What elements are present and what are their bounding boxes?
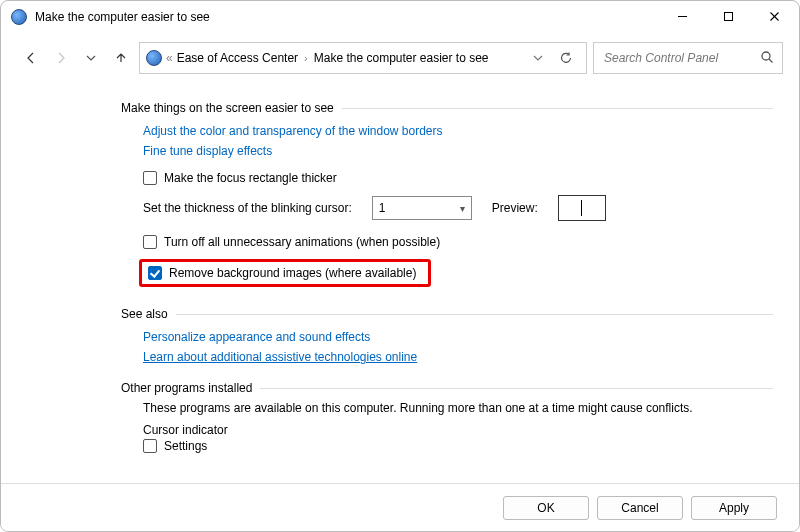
checkbox-focus-rectangle-label: Make the focus rectangle thicker	[164, 171, 337, 185]
apply-button[interactable]: Apply	[691, 496, 777, 520]
search-icon[interactable]	[760, 50, 774, 67]
breadcrumb-item-1[interactable]: Ease of Access Center	[177, 51, 298, 65]
chevron-right-icon: ›	[298, 52, 314, 64]
search-box[interactable]	[593, 42, 783, 74]
breadcrumb-root-chevron[interactable]: «	[166, 51, 177, 65]
cursor-thickness-label: Set the thickness of the blinking cursor…	[143, 201, 352, 215]
cursor-thickness-combo[interactable]: 1 ▾	[372, 196, 472, 220]
checkbox-remove-background[interactable]	[148, 266, 162, 280]
cursor-thickness-value: 1	[379, 201, 386, 215]
refresh-button[interactable]	[552, 44, 580, 72]
section-seealso-heading: See also	[121, 307, 773, 321]
cursor-preview-box	[558, 195, 606, 221]
section-other-heading: Other programs installed	[121, 381, 773, 395]
checkbox-turn-off-animations-label: Turn off all unnecessary animations (whe…	[164, 235, 440, 249]
link-assistive-tech[interactable]: Learn about additional assistive technol…	[143, 350, 417, 364]
cancel-button[interactable]: Cancel	[597, 496, 683, 520]
highlighted-option: Remove background images (where availabl…	[139, 259, 431, 287]
checkbox-remove-background-label: Remove background images (where availabl…	[169, 266, 422, 280]
svg-rect-1	[724, 13, 732, 21]
up-button[interactable]	[109, 46, 133, 70]
section-seealso-title: See also	[121, 307, 168, 321]
link-adjust-borders[interactable]: Adjust the color and transparency of the…	[143, 124, 443, 138]
forward-button[interactable]	[49, 46, 73, 70]
ok-button[interactable]: OK	[503, 496, 589, 520]
breadcrumb[interactable]: « Ease of Access Center › Make the compu…	[139, 42, 587, 74]
minimize-button[interactable]	[659, 2, 705, 32]
svg-point-4	[762, 52, 770, 60]
checkbox-turn-off-animations[interactable]	[143, 235, 157, 249]
back-button[interactable]	[19, 46, 43, 70]
section-other-title: Other programs installed	[121, 381, 252, 395]
recent-locations-button[interactable]	[79, 46, 103, 70]
search-input[interactable]	[602, 50, 760, 66]
nav-toolbar: « Ease of Access Center › Make the compu…	[1, 33, 799, 83]
section-easier-heading: Make things on the screen easier to see	[121, 101, 773, 115]
window-controls	[659, 2, 797, 32]
breadcrumb-icon	[146, 50, 162, 66]
checkbox-focus-rectangle[interactable]	[143, 171, 157, 185]
window-title: Make the computer easier to see	[35, 10, 659, 24]
other-programs-description: These programs are available on this com…	[121, 401, 773, 415]
close-button[interactable]	[751, 2, 797, 32]
cursor-preview-caret	[581, 200, 582, 216]
svg-line-5	[769, 59, 773, 63]
preview-label: Preview:	[492, 201, 538, 215]
section-easier-title: Make things on the screen easier to see	[121, 101, 334, 115]
link-fine-tune[interactable]: Fine tune display effects	[143, 144, 272, 158]
app-icon	[11, 9, 27, 25]
titlebar: Make the computer easier to see	[1, 1, 799, 33]
link-personalize[interactable]: Personalize appearance and sound effects	[143, 330, 370, 344]
breadcrumb-dropdown[interactable]	[524, 44, 552, 72]
content-area: Make things on the screen easier to see …	[1, 83, 799, 483]
breadcrumb-item-2[interactable]: Make the computer easier to see	[314, 51, 489, 65]
dialog-footer: OK Cancel Apply	[1, 483, 799, 531]
checkbox-cursor-indicator-settings-label: Settings	[164, 439, 207, 453]
checkbox-cursor-indicator-settings[interactable]	[143, 439, 157, 453]
maximize-button[interactable]	[705, 2, 751, 32]
cursor-indicator-label: Cursor indicator	[121, 423, 773, 437]
chevron-down-icon: ▾	[460, 203, 465, 214]
